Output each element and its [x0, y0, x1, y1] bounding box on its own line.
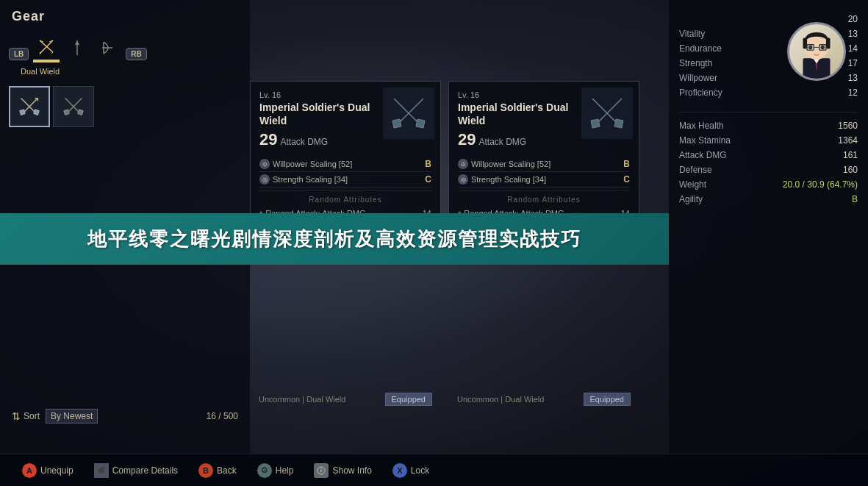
stat-row-willpower-right: ⊙ Willpower Scaling [52] B	[458, 157, 630, 172]
active-tab-indicator	[33, 61, 60, 62]
health-label: Max Health	[679, 121, 724, 131]
lock-label: Lock	[411, 465, 429, 476]
strength-label-right: Strength Scaling [34]	[471, 175, 546, 184]
defense-label: Defense	[679, 165, 712, 175]
gear-title: Gear	[0, 0, 250, 30]
endurance-val: 14	[848, 43, 858, 54]
svg-marker-7	[75, 40, 79, 45]
help-button[interactable]: ⊙ Help	[257, 463, 294, 478]
atk-label-left: Attack DMG	[280, 137, 328, 147]
stat-line-weight: Weight 20.0 / 30.9 (64.7%)	[679, 177, 858, 192]
item-footer-right: Uncommon | Dual Wield Equipped	[448, 388, 639, 410]
svg-marker-27	[614, 119, 623, 128]
vitality-label: Vitality	[679, 29, 705, 39]
tab-spear[interactable]	[64, 35, 90, 61]
stats-divider	[679, 112, 858, 112]
unequip-button[interactable]: A Unequip	[22, 463, 73, 478]
svg-point-36	[808, 46, 813, 50]
show-info-button[interactable]: Show Info	[314, 463, 371, 478]
title-banner: 地平线零之曙光剧情深度剖析及高效资源管理实战技巧	[0, 213, 669, 265]
item-card-left: Lv. 16 Imperial Soldier's Dual Wield 29 …	[250, 81, 441, 230]
atk-dmg-label: Attack DMG	[679, 150, 727, 160]
show-info-icon	[314, 463, 329, 478]
svg-point-37	[821, 46, 825, 50]
equipped-badge-right: Equipped	[584, 393, 631, 406]
svg-marker-19	[78, 110, 84, 115]
title-banner-text: 地平线零之曙光剧情深度剖析及高效资源管理实战技巧	[87, 226, 581, 252]
svg-marker-23	[416, 119, 425, 128]
b-button-icon: B	[198, 463, 213, 478]
a-button-icon: A	[22, 463, 37, 478]
avatar-container	[787, 22, 846, 81]
equipped-badge-left: Equipped	[385, 393, 433, 406]
x-button-icon: X	[392, 463, 407, 478]
defense-val: 160	[843, 165, 858, 175]
back-label: Back	[217, 465, 237, 476]
strength-label-left: Strength Scaling [34]	[273, 175, 348, 184]
tab-bow[interactable]	[95, 35, 121, 61]
willpower-icon: ⊙	[259, 159, 270, 169]
item-card-right: Lv. 16 Imperial Soldier's Dual Wield 29 …	[448, 81, 639, 230]
sort-dropdown[interactable]: By Newest	[46, 409, 98, 424]
willpower-val: 13	[848, 73, 858, 83]
item-name-right: Imperial Soldier's Dual Wield	[458, 101, 575, 127]
lock-button[interactable]: X Lock	[392, 463, 429, 478]
svg-rect-31	[803, 38, 808, 49]
help-label: Help	[276, 465, 294, 476]
svg-marker-17	[64, 110, 70, 115]
stat-line-defense: Defense 160	[679, 162, 858, 177]
lb-button[interactable]: LB	[9, 48, 29, 60]
compare-details-button[interactable]: ⬛ Compare Details	[94, 463, 178, 478]
compare-label: Compare Details	[112, 465, 178, 476]
stat-left-willpower-r: ⊙ Willpower Scaling [52]	[458, 159, 550, 169]
sort-button[interactable]: ⇅ Sort	[12, 410, 40, 422]
derived-stats-section: Max Health 1560 Max Stamina 1364 Attack …	[679, 118, 858, 207]
svg-line-5	[51, 52, 53, 54]
atk-num-right: 29	[458, 130, 476, 149]
action-bar: A Unequip ⬛ Compare Details B Back ⊙ Hel…	[0, 454, 868, 486]
item-count: 16 / 500	[207, 411, 238, 421]
stat-row-willpower-left: ⊙ Willpower Scaling [52] B	[259, 157, 431, 172]
stat-row-strength-right: ◎ Strength Scaling [34] C	[458, 172, 630, 187]
item-rarity-right: Uncommon | Dual Wield	[457, 395, 544, 404]
atk-label-right: Attack DMG	[478, 137, 526, 147]
strength-icon: ◎	[259, 174, 270, 185]
gear-item-1[interactable]	[9, 86, 50, 127]
item-thumbnail-left	[383, 87, 434, 139]
proficiency-label: Proficiency	[679, 87, 722, 98]
svg-marker-25	[591, 119, 600, 128]
back-button[interactable]: B Back	[198, 463, 237, 478]
stat-line-proficiency: Proficiency 12	[679, 85, 858, 100]
agility-label: Agility	[679, 194, 703, 204]
strength-grade-right: C	[623, 174, 630, 185]
rb-button[interactable]: RB	[126, 48, 146, 60]
item-footer-left: Uncommon | Dual Wield Equipped	[250, 388, 441, 410]
gear-item-2[interactable]	[53, 86, 94, 127]
avatar-circle	[787, 22, 846, 81]
strength-val: 17	[848, 58, 858, 68]
stat-left-strength: ◎ Strength Scaling [34]	[259, 174, 348, 185]
svg-marker-15	[34, 110, 40, 115]
item-rarity-left: Uncommon | Dual Wield	[259, 395, 345, 404]
tab-dual-wield[interactable]	[33, 35, 60, 61]
stat-line-health: Max Health 1560	[679, 118, 858, 133]
weight-val: 20.0 / 30.9 (64.7%)	[783, 179, 858, 190]
item-name-left: Imperial Soldier's Dual Wield	[259, 101, 377, 127]
stat-left-strength-r: ◎ Strength Scaling [34]	[458, 174, 546, 185]
unequip-label: Unequip	[40, 465, 73, 476]
weight-label: Weight	[679, 179, 706, 190]
strength-icon-r: ◎	[458, 174, 468, 185]
atk-dmg-val: 161	[843, 150, 858, 160]
square-button-icon: ⬛	[94, 463, 109, 478]
random-attrs-label-left: Random Attributes	[259, 190, 431, 206]
left-bottom-bar: ⇅ Sort By Newest 16 / 500	[0, 403, 250, 429]
willpower-label-right: Willpower Scaling [52]	[471, 160, 550, 168]
gear-items-row	[0, 80, 250, 133]
svg-point-41	[321, 467, 322, 468]
help-button-icon: ⊙	[257, 463, 272, 478]
sort-icon: ⇅	[12, 410, 21, 422]
stat-line-atk-dmg: Attack DMG 161	[679, 148, 858, 162]
sort-label: Sort	[24, 411, 40, 421]
svg-rect-32	[826, 38, 831, 49]
willpower-label-left: Willpower Scaling [52]	[273, 160, 352, 168]
